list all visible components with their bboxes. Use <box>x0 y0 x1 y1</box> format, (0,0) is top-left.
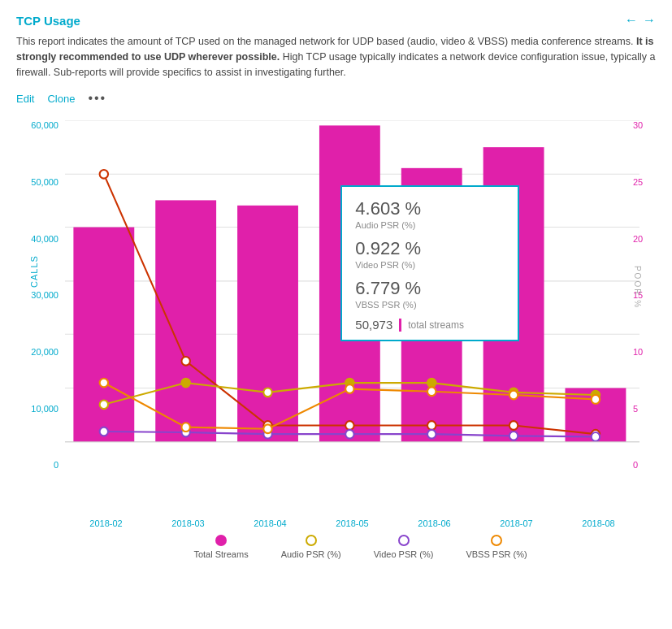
dot-vbss-5 <box>509 391 518 400</box>
bar-2 <box>237 206 298 442</box>
y-label-50k: 50,000 <box>16 177 59 187</box>
y-right-0: 0 <box>633 460 656 470</box>
dot-vbss-6 <box>592 395 600 404</box>
tooltip-video-label: Video PSR (%) <box>355 260 505 270</box>
edit-button[interactable]: Edit <box>16 93 34 105</box>
dot-video-3 <box>345 430 353 439</box>
y-right-10: 10 <box>633 347 656 357</box>
legend-total-streams: Total Streams <box>193 535 248 559</box>
x-label-0: 2018-02 <box>65 518 147 528</box>
dot-audio-0 <box>100 401 108 410</box>
bar-1 <box>155 201 216 442</box>
main-container: TCP Usage ← → This report indicates the … <box>0 0 672 572</box>
dot-video-0 <box>100 427 108 436</box>
dot-vbss-1 <box>181 423 189 432</box>
toolbar: Edit Clone ••• <box>16 91 656 106</box>
dot-audio-2 <box>263 388 271 397</box>
y-label-30k: 30,000 <box>16 290 59 300</box>
y-right-30: 30 <box>633 120 656 130</box>
legend-dot-total <box>215 535 227 546</box>
nav-forward[interactable]: → <box>643 13 656 28</box>
y-label-10k: 10,000 <box>16 404 59 414</box>
nav-arrows: ← → <box>625 13 656 28</box>
tooltip-streams-bar <box>399 319 401 332</box>
legend-label-video: Video PSR (%) <box>374 549 434 559</box>
x-label-3: 2018-05 <box>311 518 393 528</box>
nav-back[interactable]: ← <box>625 13 638 28</box>
header-row: TCP Usage ← → <box>16 13 656 28</box>
dot-video-4 <box>427 430 436 439</box>
desc-part1: This report indicates the amount of TCP … <box>16 36 633 47</box>
legend-vbss-psr: VBSS PSR (%) <box>466 535 527 559</box>
tooltip-streams-row: 50,973 total streams <box>355 318 505 332</box>
dot-total-5 <box>509 421 518 430</box>
y-axis-title-left: CALLS <box>29 255 39 288</box>
description: This report indicates the amount of TCP … <box>16 34 656 80</box>
tooltip-audio-label: Audio PSR (%) <box>355 220 505 230</box>
clone-button[interactable]: Clone <box>47 93 75 105</box>
tooltip-vbss-value: 6.779 % <box>355 278 505 299</box>
dot-vbss-2 <box>263 425 271 434</box>
tooltip-streams-value: 50,973 <box>355 318 392 332</box>
tooltip-audio-value: 4.603 % <box>355 198 505 219</box>
dot-video-6 <box>592 432 600 441</box>
y-axis-left: 0 10,000 20,000 30,000 40,000 50,000 60,… <box>16 120 59 494</box>
dot-vbss-4 <box>427 388 436 397</box>
legend-label-audio: Audio PSR (%) <box>281 549 341 559</box>
dot-vbss-0 <box>100 379 108 388</box>
x-label-2: 2018-04 <box>229 518 311 528</box>
dot-audio-1 <box>181 379 189 388</box>
dot-audio-4 <box>427 379 436 388</box>
dot-video-5 <box>509 432 518 440</box>
y-label-60k: 60,000 <box>16 120 59 130</box>
tooltip-video-value: 0.922 % <box>355 238 505 259</box>
tooltip-audio: 4.603 % Audio PSR (%) <box>355 198 505 230</box>
legend-label-total: Total Streams <box>193 549 248 559</box>
legend-label-vbss: VBSS PSR (%) <box>466 549 527 559</box>
y-right-20: 20 <box>633 234 656 244</box>
y-axis-title-right: POOR % <box>633 266 642 309</box>
x-label-5: 2018-07 <box>475 518 557 528</box>
y-label-20k: 20,000 <box>16 347 59 357</box>
legend-audio-psr: Audio PSR (%) <box>281 535 341 559</box>
dot-total-3 <box>345 421 353 430</box>
tooltip-streams-label: total streams <box>408 319 464 331</box>
tooltip-video: 0.922 % Video PSR (%) <box>355 238 505 270</box>
tooltip-vbss: 6.779 % VBSS PSR (%) <box>355 278 505 310</box>
legend-dot-vbss <box>491 535 502 546</box>
more-button[interactable]: ••• <box>88 91 106 106</box>
x-label-1: 2018-03 <box>147 518 229 528</box>
legend: Total Streams Audio PSR (%) Video PSR (%… <box>16 535 656 559</box>
dot-vbss-3 <box>345 384 353 393</box>
y-label-0: 0 <box>16 460 59 470</box>
y-label-40k: 40,000 <box>16 234 59 244</box>
tooltip-box: 4.603 % Audio PSR (%) 0.922 % Video PSR … <box>340 185 519 341</box>
y-right-25: 25 <box>633 177 656 187</box>
legend-dot-audio <box>306 535 317 546</box>
x-label-4: 2018-06 <box>393 518 475 528</box>
legend-dot-video <box>398 535 410 546</box>
page-title: TCP Usage <box>16 14 80 28</box>
x-axis-labels: 2018-02 2018-03 2018-04 2018-05 2018-06 … <box>16 518 639 528</box>
x-label-6: 2018-08 <box>557 518 639 528</box>
dot-total-1 <box>181 357 189 366</box>
chart-area: 0 10,000 20,000 30,000 40,000 50,000 60,… <box>16 120 656 518</box>
legend-video-psr: Video PSR (%) <box>374 535 434 559</box>
dot-total-0 <box>100 170 108 179</box>
chart-inner: 4.603 % Audio PSR (%) 0.922 % Video PSR … <box>65 120 639 494</box>
y-right-5: 5 <box>633 404 656 414</box>
tooltip-vbss-label: VBSS PSR (%) <box>355 300 505 310</box>
dot-total-4 <box>427 421 436 430</box>
